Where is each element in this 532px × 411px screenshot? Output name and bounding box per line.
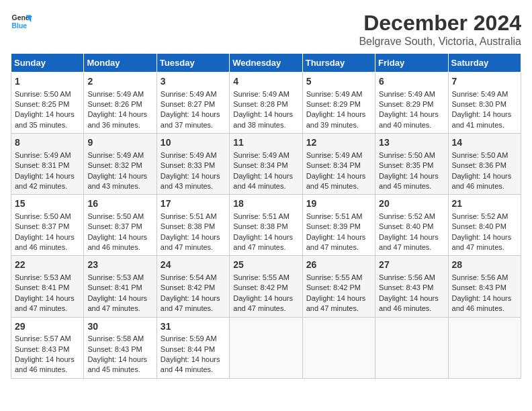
cell-info: Daylight: 14 hours and 47 minutes.	[161, 232, 226, 253]
cell-info: Daylight: 14 hours and 47 minutes.	[87, 293, 152, 314]
cell-info: Sunset: 8:42 PM	[161, 283, 226, 293]
calendar-week-3: 15Sunrise: 5:50 AMSunset: 8:37 PMDayligh…	[11, 195, 521, 256]
cell-info: Sunset: 8:25 PM	[15, 99, 80, 109]
cell-info: Sunset: 8:41 PM	[15, 283, 80, 293]
cell-info: Sunset: 8:43 PM	[379, 283, 444, 293]
calendar-cell	[375, 317, 448, 378]
calendar-cell: 11Sunrise: 5:49 AMSunset: 8:34 PMDayligh…	[230, 134, 302, 195]
calendar-cell: 23Sunrise: 5:53 AMSunset: 8:41 PMDayligh…	[84, 256, 157, 317]
day-number: 10	[161, 136, 226, 150]
cell-info: Daylight: 14 hours and 39 minutes.	[306, 109, 371, 130]
cell-info: Daylight: 14 hours and 36 minutes.	[87, 109, 152, 130]
calendar-cell: 6Sunrise: 5:49 AMSunset: 8:29 PMDaylight…	[375, 73, 448, 134]
cell-info: Sunrise: 5:50 AM	[379, 150, 444, 161]
day-number: 31	[161, 320, 226, 334]
day-number: 19	[306, 197, 371, 211]
logo: General Blue	[11, 11, 32, 32]
calendar-cell: 18Sunrise: 5:51 AMSunset: 8:38 PMDayligh…	[230, 195, 302, 256]
cell-info: Sunrise: 5:52 AM	[452, 212, 517, 222]
calendar-cell: 25Sunrise: 5:55 AMSunset: 8:42 PMDayligh…	[230, 256, 302, 317]
day-number: 22	[15, 259, 80, 272]
day-number: 27	[379, 259, 444, 272]
cell-info: Sunset: 8:28 PM	[233, 99, 298, 109]
day-number: 23	[87, 259, 152, 272]
calendar-cell: 7Sunrise: 5:49 AMSunset: 8:30 PMDaylight…	[448, 73, 521, 134]
cell-info: Sunrise: 5:51 AM	[233, 212, 298, 222]
day-number: 9	[87, 136, 152, 150]
day-number: 11	[233, 136, 298, 150]
cell-info: Sunset: 8:42 PM	[306, 283, 371, 293]
cell-info: Sunset: 8:30 PM	[452, 99, 517, 109]
cell-info: Daylight: 14 hours and 47 minutes.	[306, 293, 371, 314]
cell-info: Sunset: 8:31 PM	[15, 161, 80, 171]
cell-info: Daylight: 14 hours and 47 minutes.	[161, 293, 226, 314]
day-number: 8	[15, 136, 80, 150]
day-header-friday: Friday	[375, 54, 448, 73]
cell-info: Sunset: 8:29 PM	[379, 99, 444, 109]
calendar-cell: 2Sunrise: 5:49 AMSunset: 8:26 PMDaylight…	[84, 73, 157, 134]
calendar-cell: 21Sunrise: 5:52 AMSunset: 8:40 PMDayligh…	[448, 195, 521, 256]
cell-info: Sunset: 8:41 PM	[87, 283, 152, 293]
cell-info: Sunset: 8:34 PM	[233, 161, 298, 171]
cell-info: Sunrise: 5:56 AM	[379, 273, 444, 283]
day-number: 25	[233, 259, 298, 272]
calendar-cell: 1Sunrise: 5:50 AMSunset: 8:25 PMDaylight…	[11, 73, 84, 134]
day-header-monday: Monday	[84, 54, 157, 73]
title-block: December 2024 Belgrave South, Victoria, …	[359, 11, 521, 48]
cell-info: Sunset: 8:32 PM	[87, 161, 152, 171]
day-number: 26	[306, 259, 371, 272]
cell-info: Daylight: 14 hours and 35 minutes.	[15, 109, 80, 130]
calendar-week-1: 1Sunrise: 5:50 AMSunset: 8:25 PMDaylight…	[11, 73, 521, 134]
calendar-cell: 28Sunrise: 5:56 AMSunset: 8:43 PMDayligh…	[448, 256, 521, 317]
calendar-cell: 10Sunrise: 5:49 AMSunset: 8:33 PMDayligh…	[157, 134, 229, 195]
cell-info: Sunrise: 5:50 AM	[87, 212, 152, 222]
cell-info: Daylight: 14 hours and 47 minutes.	[15, 293, 80, 314]
cell-info: Sunset: 8:29 PM	[306, 99, 371, 109]
calendar-cell: 4Sunrise: 5:49 AMSunset: 8:28 PMDaylight…	[230, 73, 302, 134]
day-header-sunday: Sunday	[11, 54, 84, 73]
cell-info: Sunset: 8:37 PM	[15, 222, 80, 232]
cell-info: Daylight: 14 hours and 43 minutes.	[87, 171, 152, 192]
cell-info: Sunrise: 5:51 AM	[161, 212, 226, 222]
day-header-tuesday: Tuesday	[157, 54, 229, 73]
day-header-wednesday: Wednesday	[230, 54, 302, 73]
cell-info: Sunset: 8:33 PM	[161, 161, 226, 171]
calendar-cell: 13Sunrise: 5:50 AMSunset: 8:35 PMDayligh…	[375, 134, 448, 195]
calendar-cell: 5Sunrise: 5:49 AMSunset: 8:29 PMDaylight…	[302, 73, 375, 134]
calendar-header-row: SundayMondayTuesdayWednesdayThursdayFrid…	[11, 54, 521, 73]
cell-info: Daylight: 14 hours and 47 minutes.	[233, 293, 298, 314]
cell-info: Daylight: 14 hours and 44 minutes.	[161, 355, 226, 375]
day-number: 30	[87, 320, 152, 334]
calendar-cell: 20Sunrise: 5:52 AMSunset: 8:40 PMDayligh…	[375, 195, 448, 256]
day-number: 5	[306, 75, 371, 89]
cell-info: Daylight: 14 hours and 46 minutes.	[452, 293, 517, 314]
cell-info: Sunrise: 5:49 AM	[306, 150, 371, 161]
cell-info: Sunrise: 5:58 AM	[87, 334, 152, 344]
calendar-cell: 19Sunrise: 5:51 AMSunset: 8:39 PMDayligh…	[302, 195, 375, 256]
day-number: 20	[379, 197, 444, 211]
cell-info: Sunset: 8:36 PM	[452, 161, 517, 171]
cell-info: Sunset: 8:42 PM	[233, 283, 298, 293]
cell-info: Sunset: 8:44 PM	[161, 345, 226, 355]
cell-info: Sunset: 8:40 PM	[379, 222, 444, 232]
cell-info: Sunset: 8:34 PM	[306, 161, 371, 171]
cell-info: Sunset: 8:39 PM	[306, 222, 371, 232]
cell-info: Daylight: 14 hours and 37 minutes.	[161, 109, 226, 130]
day-header-thursday: Thursday	[302, 54, 375, 73]
day-number: 16	[87, 197, 152, 211]
cell-info: Daylight: 14 hours and 47 minutes.	[306, 232, 371, 253]
cell-info: Daylight: 14 hours and 46 minutes.	[379, 293, 444, 314]
cell-info: Sunrise: 5:54 AM	[161, 273, 226, 283]
cell-info: Daylight: 14 hours and 47 minutes.	[233, 232, 298, 253]
cell-info: Sunset: 8:43 PM	[87, 345, 152, 355]
day-number: 18	[233, 197, 298, 211]
cell-info: Sunrise: 5:55 AM	[306, 273, 371, 283]
cell-info: Sunrise: 5:55 AM	[233, 273, 298, 283]
logo-icon: General Blue	[11, 11, 32, 32]
day-number: 15	[15, 197, 80, 211]
day-number: 21	[452, 197, 517, 211]
day-header-saturday: Saturday	[448, 54, 521, 73]
cell-info: Sunrise: 5:49 AM	[233, 150, 298, 161]
calendar-cell: 26Sunrise: 5:55 AMSunset: 8:42 PMDayligh…	[302, 256, 375, 317]
calendar-subtitle: Belgrave South, Victoria, Australia	[359, 36, 521, 48]
